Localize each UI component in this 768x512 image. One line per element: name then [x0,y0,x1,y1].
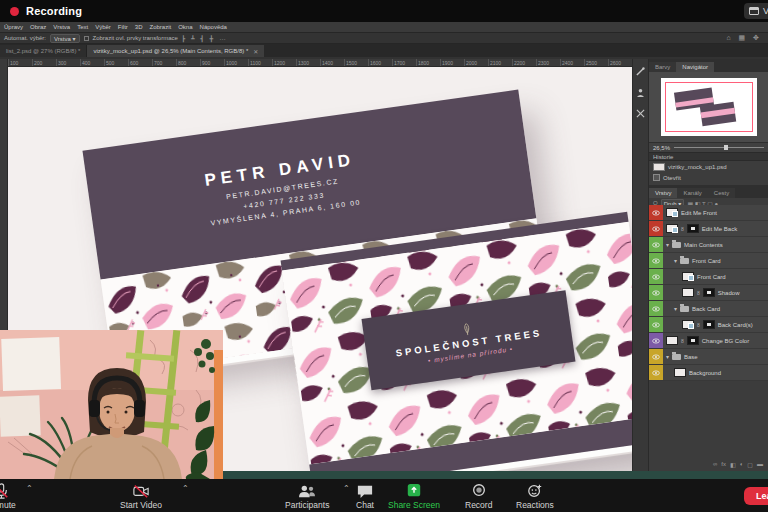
tab-colors[interactable]: Barvy [649,62,676,72]
layer-row[interactable]: ▾Front Card [649,253,768,269]
layer-visibility-eye-icon[interactable] [649,365,663,380]
layer-style-icon[interactable]: fx [721,461,726,467]
history-step-row[interactable]: Otevřít [649,172,768,183]
layer-thumbnail[interactable] [682,272,694,281]
tab-close-icon[interactable]: ✕ [253,48,258,55]
chat-button[interactable]: Chat [356,483,374,510]
delete-layer-icon[interactable]: ▬ [757,461,763,467]
layer-row[interactable]: ▾Base [649,349,768,365]
clone-source-panel-icon[interactable] [636,88,645,97]
layer-row[interactable]: Front Card [649,269,768,285]
layer-row[interactable]: ▾Back Card [649,301,768,317]
participants-options-caret[interactable]: ⌃ [343,484,350,493]
layer-mask-icon[interactable]: ◧ [730,461,736,468]
menu-item[interactable]: Výběr [95,24,111,30]
panel-column: Barvy Navigátor 26,5% Historie [648,59,768,471]
layer-visibility-eye-icon[interactable] [649,301,663,316]
view-button[interactable]: View [744,3,768,19]
layer-thumbnail[interactable] [666,224,678,233]
layer-row[interactable]: Background [649,365,768,381]
history-step-name: Otevřít [663,175,681,181]
photoshop-menubar: ÚpravyObrazVrstvaTextVýběrFiltr3DZobrazi… [0,22,768,32]
layer-thumbnail[interactable] [682,320,694,329]
webcam-video-tile[interactable] [0,330,223,479]
layer-row[interactable]: 8Back Card(s) [649,317,768,333]
layer-visibility-eye-icon[interactable] [649,285,663,300]
layer-row[interactable]: 8Shadow [649,285,768,301]
layer-thumbnail[interactable] [674,368,686,377]
layer-name: Change BG Color [702,338,749,344]
layer-visibility-eye-icon[interactable] [649,237,663,252]
layer-visibility-eye-icon[interactable] [649,349,663,364]
participants-button[interactable]: Participants ⌃ [285,483,329,510]
layer-row[interactable]: ▾Main Contents [649,237,768,253]
layer-visibility-eye-icon[interactable] [649,221,663,236]
menu-item[interactable]: 3D [135,24,143,30]
tab-navigator[interactable]: Navigátor [676,62,714,72]
layer-row[interactable]: 8Edit Me Back [649,221,768,237]
recording-dot-icon [10,7,19,16]
menu-item[interactable]: Vrstva [53,24,70,30]
tab-layers[interactable]: Vrstvy [649,188,677,198]
navigator-preview[interactable] [649,72,768,142]
group-expand-caret[interactable]: ▾ [666,353,669,360]
menu-item[interactable]: Okna [178,24,192,30]
zoom-control-bar: Unmute ⌃ Start Video ⌃ Participants ⌃ [0,479,768,512]
layer-mask-thumbnail[interactable] [687,224,699,233]
new-group-icon[interactable]: ▢ [747,461,753,468]
menu-item[interactable]: Text [77,24,88,30]
navigator-zoom-slider[interactable] [674,147,764,148]
layer-mask-thumbnail[interactable] [703,320,715,329]
layer-visibility-eye-icon[interactable] [649,333,663,348]
layer-visibility-eye-icon[interactable] [649,205,663,220]
show-transform-checkbox[interactable] [84,36,89,41]
history-snapshot-row[interactable]: vizitky_mock_up1.psd [649,161,768,172]
menu-item[interactable]: Zobrazit [150,24,172,30]
brush-panel-icon[interactable] [636,67,645,76]
group-expand-caret[interactable]: ▾ [674,257,677,264]
reactions-button[interactable]: Reactions [516,483,554,510]
document-tab-active[interactable]: vizitky_mock_up1.psd @ 26,5% (Main Conte… [87,45,264,57]
group-expand-caret[interactable]: ▾ [666,241,669,248]
leave-button[interactable]: Leave [744,487,768,505]
layer-mask-thumbnail[interactable] [687,336,699,345]
start-video-button[interactable]: Start Video ⌃ [120,483,162,510]
layer-mask-thumbnail[interactable] [703,288,715,297]
autoselect-dropdown[interactable]: Vrstva ▾ [50,34,79,43]
layer-thumbnail[interactable] [666,208,678,217]
layer-thumbnail[interactable] [666,336,678,345]
layer-row[interactable]: 8Change BG Color [649,333,768,349]
menu-item[interactable]: Nápověda [200,24,227,30]
layer-visibility-eye-icon[interactable] [649,317,663,332]
ruler-tick: 1100 [248,59,272,66]
history-panel-header[interactable]: Historie [649,152,768,161]
link-layers-icon[interactable]: ∞ [713,461,717,467]
menu-item[interactable]: Filtr [118,24,128,30]
align-icons[interactable]: ┣ ┻ ┫ ╋ [182,35,215,42]
menu-item[interactable]: Obraz [30,24,46,30]
warm-light [214,350,223,479]
ruler-tick: 2600 [608,59,632,66]
tab-channels[interactable]: Kanály [677,188,707,198]
share-screen-button[interactable]: Share Screen [388,483,440,510]
layer-row[interactable]: Edit Me Front [649,205,768,221]
video-options-caret[interactable]: ⌃ [182,484,189,493]
group-expand-caret[interactable]: ▾ [674,305,677,312]
more-options-icon[interactable]: ⋯ [219,35,227,42]
menu-item[interactable]: Úpravy [4,24,23,30]
adjustment-layer-icon[interactable]: ◐ [740,461,744,467]
mute-options-caret[interactable]: ⌃ [26,484,33,493]
layer-visibility-eye-icon[interactable] [649,269,663,284]
photoshop-options-bar: Automat. výběr: Vrstva ▾ Zobrazit ovl. p… [0,32,768,44]
document-tab-inactive[interactable]: list_2.psd @ 27% (RGB/8) * [0,45,87,57]
show-transform-label: Zobrazit ovl. prvky transformace [93,35,178,41]
layer-thumbnail[interactable] [682,288,694,297]
scissors-panel-icon[interactable] [636,109,645,118]
workspace-icons[interactable]: ⌂ ▦ ✥ [726,34,762,42]
layer-visibility-eye-icon[interactable] [649,253,663,268]
unmute-button[interactable]: Unmute ⌃ [0,483,16,510]
record-button[interactable]: Record [465,483,492,510]
ruler-tick: 100 [8,59,32,66]
layer-name: Back Card(s) [718,322,753,328]
tab-paths[interactable]: Cesty [708,188,735,198]
